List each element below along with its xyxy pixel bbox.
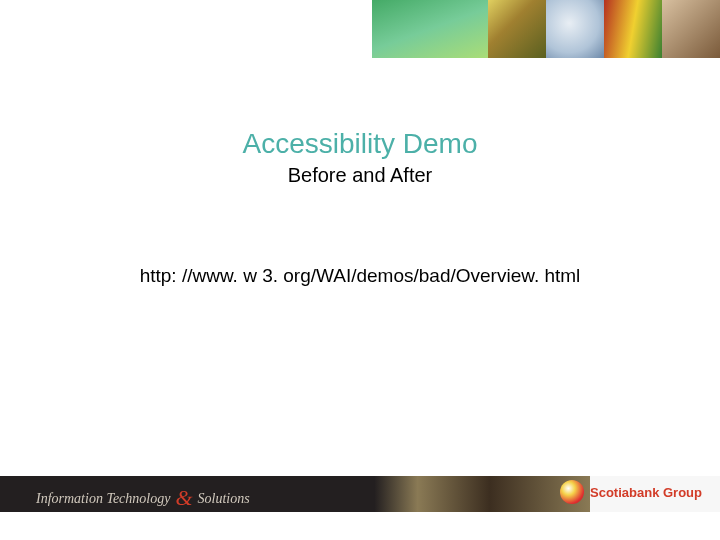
footer-right-brand: Scotiabank Group — [560, 480, 702, 504]
footer-text-solutions: Solutions — [198, 491, 250, 507]
footer-left-brand: Information Technology & Solutions — [36, 483, 250, 509]
slide-body: Accessibility Demo Before and After http… — [0, 58, 720, 450]
footer-bar: Information Technology & Solutions Scoti… — [0, 466, 720, 522]
brand-name: Scotiabank Group — [590, 485, 702, 500]
slide-subtitle: Before and After — [0, 164, 720, 187]
ampersand-icon: & — [172, 485, 195, 511]
globe-icon — [560, 480, 584, 504]
header-image-strip — [0, 0, 720, 58]
slide-url-text: http: //www. w 3. org/WAI/demos/bad/Over… — [0, 265, 720, 287]
header-thumb-5 — [662, 0, 720, 58]
header-thumb-3 — [546, 0, 604, 58]
header-thumb-2 — [488, 0, 546, 58]
header-thumb-4 — [604, 0, 662, 58]
slide-title: Accessibility Demo — [0, 128, 720, 160]
footer-text-it: Information Technology — [36, 491, 170, 507]
header-thumb-1 — [372, 0, 488, 58]
